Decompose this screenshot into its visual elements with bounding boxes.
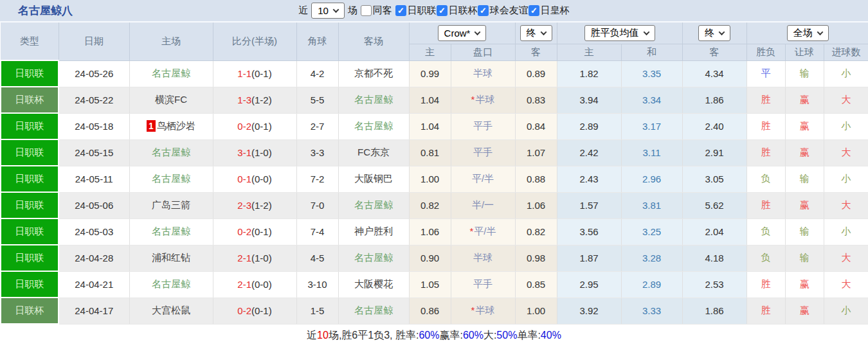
corner-cell: 7-0 [296,192,338,218]
odds-time-select[interactable]: 终 [520,25,552,41]
goals-result-cell: 大 [824,245,868,271]
away-team-name[interactable]: 名古屋鲸 [354,94,393,105]
away-team-name[interactable]: 名古屋鲸 [354,199,393,210]
chevron-down-icon [719,29,725,35]
result-cell: 负 [746,166,785,192]
checkbox-unchecked-icon[interactable] [361,5,372,16]
away-team-name[interactable]: 京都不死 [354,67,393,78]
home-odds-cell: 1.00 [409,166,451,192]
away-team-name[interactable]: 神户胜利 [354,226,393,236]
home-team-name[interactable]: 名古屋鲸 [152,173,190,184]
full-score: 1-1 [237,68,251,79]
away-odds-cell: 1.07 [515,139,557,166]
corner-cell: 4-2 [296,60,338,87]
score-cell: 0-2(0-1) [213,298,296,324]
away-team-name[interactable]: 名古屋鲸 [354,305,393,316]
col-header-score: 比分(半场) [213,22,296,60]
avg-time-value: 终 [705,27,714,39]
handicap-result-cell: 赢 [785,192,824,218]
same-opponent-filter: 同客 [361,4,392,17]
league-type-cell: 日职联 [1,192,59,218]
home-team-name[interactable]: 横滨FC [155,94,187,105]
away-team-cell: FC东京 [338,139,409,166]
score-cell: 2-3(1-2) [213,192,296,218]
table-row: 日职联24-04-21名古屋鲸2-1(0-0)3-10大阪樱花1.05平手0.8… [1,271,868,298]
avg-draw-cell: 3.35 [621,60,682,87]
checkbox-checked-icon[interactable]: ✓ [478,5,489,16]
result-cell: 胜 [746,139,785,166]
away-odds-cell: 1.00 [515,298,557,324]
handicap-result-cell: 赢 [785,139,824,166]
summary-segment: 60% [463,330,484,341]
half-score: (0-1) [251,226,272,237]
col-header-date: 日期 [59,22,129,60]
avg-win-cell: 2.95 [557,271,621,298]
result-cell: 胜 [746,113,785,139]
avg-lose-cell: 1.86 [682,298,746,324]
summary-segment: 50% [496,330,517,341]
handicap-star-icon: * [471,94,475,105]
score-cell: 2-1(1-0) [213,245,296,271]
home-team-cell: 名古屋鲸 [129,271,213,298]
home-team-name[interactable]: 广岛三箭 [152,199,190,210]
result-scope-select[interactable]: 全场 [787,25,829,41]
home-team-name[interactable]: 鸟栖沙岩 [157,120,195,131]
subcol-avg-win: 主 [557,44,621,60]
goals-result-cell: 小 [824,60,868,87]
match-history-table: 类型 日期 主场 比分(半场) 角球 客场 Crow* 终 胜平负均值 [0,22,868,325]
same-opponent-label: 同客 [373,4,392,17]
subcol-avg-lose: 客 [682,44,746,60]
league-filter-label: 日联杯 [449,4,478,17]
checkbox-checked-icon[interactable]: ✓ [437,5,448,16]
away-team-name[interactable]: FC东京 [357,147,390,157]
score-cell: 0-1(0-0) [213,166,296,192]
date-cell: 24-04-28 [59,245,129,271]
corner-cell: 3-3 [296,139,338,166]
home-team-name[interactable]: 大宫松鼠 [152,305,190,316]
away-odds-cell: 1.06 [515,192,557,218]
handicap-cell: 平/半 [451,166,515,192]
away-team-name[interactable]: 名古屋鲸 [354,252,393,263]
handicap-text: 半/一 [472,199,494,210]
avg-source-select[interactable]: 胜平负均值 [584,25,655,41]
home-team-name[interactable]: 名古屋鲸 [152,67,190,78]
goals-result-cell: 小 [824,298,868,324]
home-odds-cell: 1.04 [409,87,451,113]
chevron-down-icon [817,29,823,35]
date-cell: 24-04-17 [59,298,129,324]
away-team-name[interactable]: 大阪樱花 [354,278,393,289]
handicap-cell: 平手 [451,271,515,298]
avg-time-select[interactable]: 终 [698,25,730,41]
full-score: 3-1 [237,147,251,158]
summary-bar: 近10场,胜6平1负3, 胜率:60% 赢率:60% 大:50% 单率:40% [0,325,868,346]
half-score: (0-1) [251,305,272,316]
corner-cell: 7-4 [296,218,338,245]
checkbox-checked-icon[interactable]: ✓ [395,5,406,16]
recent-count-select[interactable]: 10 [311,3,345,19]
away-team-name[interactable]: 名古屋鲸 [354,120,393,131]
home-team-cell: 名古屋鲸 [129,166,213,192]
corner-cell: 2-7 [296,113,338,139]
handicap-star-icon: * [471,305,475,316]
subcol-avg-draw: 和 [621,44,682,60]
handicap-cell: 平手 [451,113,515,139]
home-team-name[interactable]: 名古屋鲸 [152,147,190,157]
league-filter-label: 球会友谊 [490,4,529,17]
away-odds-cell: 0.89 [515,60,557,87]
handicap-result-cell: 输 [785,166,824,192]
handicap-result-cell: 赢 [785,271,824,298]
table-row: 日职联24-05-06广岛三箭2-3(1-2)7-0名古屋鲸0.82半/一1.0… [1,192,868,218]
home-team-name[interactable]: 名古屋鲸 [152,226,190,236]
odds-company-select[interactable]: Crow* [438,25,487,41]
full-score: 0-2 [237,226,251,237]
date-cell: 24-05-22 [59,87,129,113]
home-odds-cell: 0.82 [409,192,451,218]
home-team-name[interactable]: 浦和红钻 [152,252,190,263]
checkbox-checked-icon[interactable]: ✓ [529,5,539,16]
subcol-handicap: 盘口 [451,44,515,60]
home-team-name[interactable]: 名古屋鲸 [152,278,190,289]
subcol-odds-away: 客 [515,44,557,60]
corner-cell: 4-5 [296,245,338,271]
away-team-name[interactable]: 大阪钢巴 [354,173,393,184]
summary-segment: 60% [419,330,439,341]
